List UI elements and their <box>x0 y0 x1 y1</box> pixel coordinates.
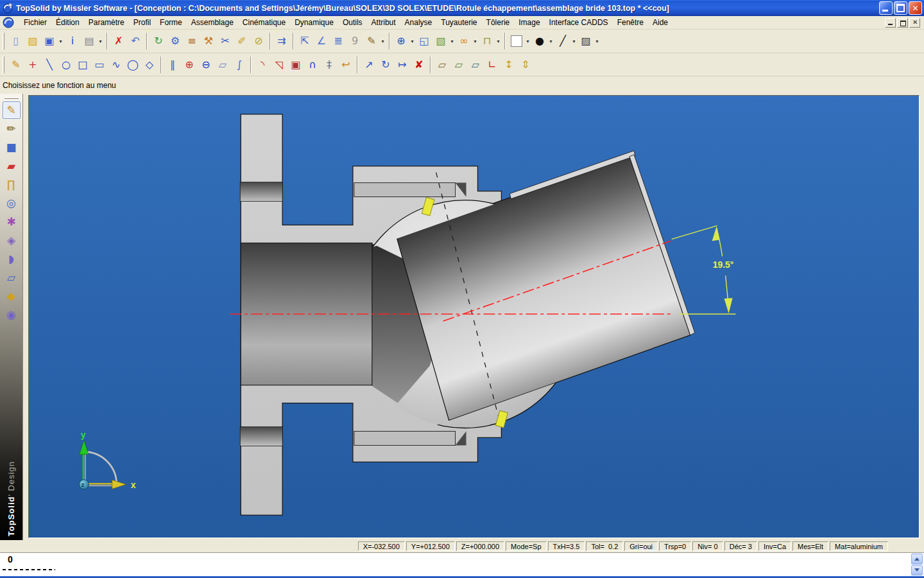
point-tool-button[interactable]: + <box>24 57 41 73</box>
center-point-tool-button[interactable]: ⊕ <box>181 57 198 73</box>
move-arrows-tool-button[interactable]: ⇱ <box>296 33 313 49</box>
menu-assemblage[interactable]: Assemblage <box>187 17 238 28</box>
close-button[interactable] <box>909 1 922 15</box>
scroll-up-button[interactable] <box>911 554 923 565</box>
pen-attributes-dropdown[interactable]: ▾ <box>380 39 386 44</box>
rotate-tool-button[interactable]: ↻ <box>377 57 394 73</box>
mode-shape-button[interactable]: ■ <box>3 139 21 156</box>
point-style-button[interactable]: ● <box>531 33 548 49</box>
delete-element-button[interactable]: ✗ <box>110 33 127 49</box>
invert-tool-button[interactable]: ✘ <box>411 57 427 73</box>
line-style-button[interactable]: ╱ <box>554 33 571 49</box>
polygon-tool-button[interactable]: ◇ <box>141 57 158 73</box>
dimension-edit-tool-button[interactable]: ⇕ <box>517 57 534 73</box>
fillet-tool-button[interactable]: ◝ <box>254 57 271 73</box>
mode-surface-button[interactable]: ▰ <box>3 157 21 175</box>
render-glasses-dropdown[interactable]: ▾ <box>472 39 478 44</box>
pen-attributes-button[interactable]: ✎ <box>363 33 380 49</box>
line-tool-button[interactable]: ╲ <box>41 57 58 73</box>
open-document-button[interactable]: ▨ <box>24 33 41 49</box>
mode-pipe-button[interactable]: ◗ <box>3 250 21 268</box>
sketch-tool-button[interactable]: ✎ <box>8 57 24 73</box>
parallel-lines-tool-button[interactable]: ∥ <box>164 57 181 73</box>
menu-profil[interactable]: Profil <box>129 17 155 28</box>
mode-fold-surface-button[interactable]: ◈ <box>3 232 21 249</box>
element-attributes-button[interactable]: ≡ <box>184 33 200 49</box>
slot-tool-button[interactable]: ⊖ <box>198 57 214 73</box>
view-image-button[interactable]: ▧ <box>432 33 449 49</box>
edit-current-list-button[interactable]: ↻ <box>150 33 167 49</box>
print-dropdown[interactable]: ▾ <box>98 39 103 44</box>
document-properties-button[interactable]: i <box>64 33 81 49</box>
workplane-face-tool-button[interactable]: ▱ <box>450 57 467 73</box>
boolean-tool-button[interactable]: ▣ <box>287 57 304 73</box>
shape-nine-tool-button[interactable]: 9 <box>346 33 363 49</box>
circle-tool-button[interactable]: ○ <box>58 57 74 73</box>
menu-image[interactable]: Image <box>514 17 544 28</box>
angle-check-tool-button[interactable]: ∠ <box>313 33 330 49</box>
sidebar-grip[interactable] <box>4 97 19 99</box>
mdi-close-button[interactable] <box>909 18 920 28</box>
mode-sketch-button[interactable]: ✎ <box>3 101 21 119</box>
modify-element-button[interactable]: ⚙ <box>167 33 184 49</box>
print-button[interactable]: ▤ <box>81 33 98 49</box>
mdi-restore-button[interactable] <box>897 18 908 28</box>
command-area[interactable]: 0 <box>0 552 924 576</box>
mode-sheetmetal-button[interactable]: ◆ <box>3 288 21 305</box>
mdi-minimize-button[interactable] <box>885 18 896 28</box>
part-display-mode-button[interactable]: ⊓ <box>479 33 495 49</box>
mode-plate-button[interactable]: ▱ <box>3 269 21 286</box>
split-arrow-tool-button[interactable]: ⇉ <box>273 33 290 49</box>
line-style-dropdown[interactable]: ▾ <box>571 39 577 44</box>
mode-reference-button[interactable]: ◎ <box>3 195 21 212</box>
mode-assembly-button[interactable]: ∏ <box>3 176 21 193</box>
menu-aide[interactable]: Aide <box>648 17 672 28</box>
mode-sketch-3d-button[interactable]: ✏ <box>3 120 21 137</box>
arc-slot-tool-button[interactable]: ∩ <box>304 57 321 73</box>
menu-dynamique[interactable]: Dynamique <box>290 17 338 28</box>
point-style-dropdown[interactable]: ▾ <box>548 39 554 44</box>
color-swatch-dropdown[interactable]: ▾ <box>525 39 531 44</box>
menu-fichier[interactable]: Fichier <box>19 17 51 28</box>
menu-outils[interactable]: Outils <box>338 17 367 28</box>
menu-fen-tre[interactable]: Fenêtre <box>613 17 648 28</box>
build-tool-button[interactable]: ⚒ <box>200 33 217 49</box>
zoom-plus-dropdown[interactable]: ▾ <box>409 39 415 44</box>
render-glasses-button[interactable]: ∞ <box>456 33 472 49</box>
toolbar-grip[interactable] <box>3 33 4 49</box>
trim-tool-button[interactable]: ‡ <box>321 57 338 73</box>
frame-tool-button[interactable]: ▭ <box>91 57 108 73</box>
mode-camera-button[interactable]: ◉ <box>3 306 21 324</box>
rectangle-tool-button[interactable]: □ <box>74 57 91 73</box>
menu-attribut[interactable]: Attribut <box>367 17 400 28</box>
offset-tool-button[interactable]: ↦ <box>394 57 411 73</box>
eraser-tool-button[interactable]: ⊘ <box>250 33 267 49</box>
toolbar-grip[interactable] <box>3 57 4 73</box>
viewport-canvas[interactable]: 19.5° y x z <box>29 96 919 538</box>
menu-param-tre[interactable]: Paramètre <box>84 17 129 28</box>
save-document-dropdown[interactable]: ▾ <box>58 39 64 44</box>
menu-t-lerie[interactable]: Tôlerie <box>482 17 515 28</box>
face-tool-button[interactable]: ▱ <box>214 57 231 73</box>
measure-tool-button[interactable]: ↗ <box>361 57 377 73</box>
new-document-button[interactable]: ▯ <box>8 33 24 49</box>
workplane-edge-tool-button[interactable]: ▱ <box>467 57 484 73</box>
menu-forme[interactable]: Forme <box>155 17 187 28</box>
save-document-button[interactable]: ▣ <box>41 33 58 49</box>
menu-cin-matique[interactable]: Cinématique <box>238 17 290 28</box>
zoom-fit-view-button[interactable]: ◱ <box>416 33 432 49</box>
zoom-plus-button[interactable]: ⊕ <box>393 33 409 49</box>
workplane-box-tool-button[interactable]: ▱ <box>434 57 450 73</box>
chamfer-tool-button[interactable]: ◹ <box>271 57 287 73</box>
menu-analyse[interactable]: Analyse <box>400 17 437 28</box>
blue-cut-tool-button[interactable]: ✂ <box>217 33 234 49</box>
view-image-dropdown[interactable]: ▾ <box>449 39 455 44</box>
minimize-button[interactable] <box>879 1 893 15</box>
menu-interface-cadds[interactable]: Interface CADDS <box>545 17 613 28</box>
curve-hook-tool-button[interactable]: ↩ <box>338 57 354 73</box>
ellipse-tool-button[interactable]: ◯ <box>124 57 141 73</box>
restore-button[interactable] <box>894 1 907 15</box>
spline-tool-button[interactable]: ∿ <box>108 57 124 73</box>
color-swatch-button[interactable] <box>508 33 525 49</box>
mode-render-button[interactable]: ✱ <box>3 213 21 231</box>
